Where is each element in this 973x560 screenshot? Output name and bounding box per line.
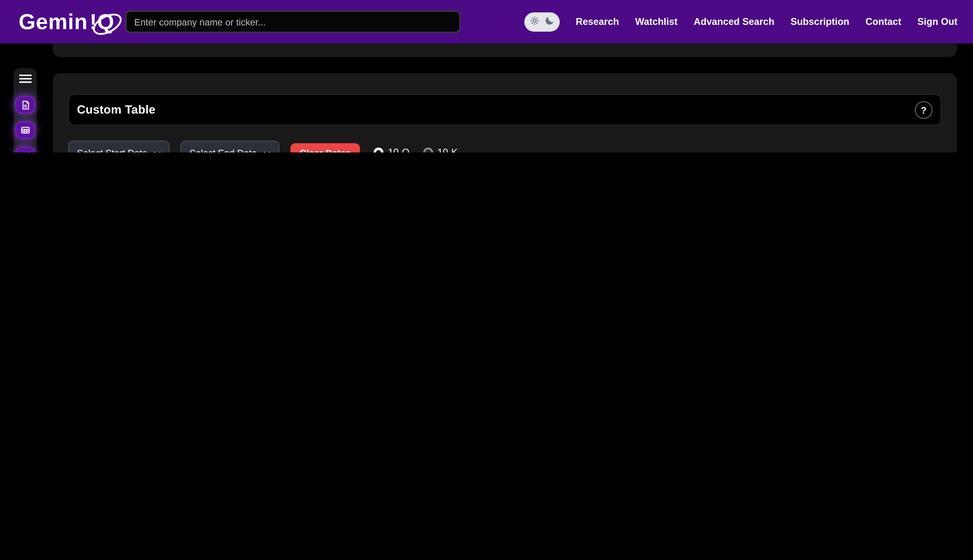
file-icon [20,100,30,110]
chevron-down-icon [154,147,161,152]
nav-watchlist[interactable]: Watchlist [635,16,677,27]
custom-table-title-panel: Custom Table ? [68,94,941,125]
start-date-select[interactable]: Select Start Date [68,141,170,152]
nav-sign-out[interactable]: Sign Out [917,16,958,27]
radio-label: 10-K [437,147,458,152]
top-header: Gemin!Q ResearchWatchlistAdvanced Search… [0,0,973,43]
brand-q: Q [97,9,114,33]
nav-subscription[interactable]: Subscription [791,16,849,27]
filing-type-radio-group: 10-Q10-K [374,147,458,152]
custom-table-card: Custom Table ? Select Start Date Select … [53,73,957,152]
end-date-label: Select End Date [189,147,257,152]
sidebar-item-table[interactable] [15,122,35,139]
brand-logo[interactable]: Gemin!Q [19,9,114,34]
brand-bang: ! [90,9,97,34]
start-date-label: Select Start Date [77,147,147,152]
top-nav: ResearchWatchlistAdvanced SearchSubscrip… [576,16,958,27]
sun-icon [529,15,540,28]
radio-label: 10-Q [388,147,410,152]
chevron-down-icon [264,147,271,152]
end-date-select[interactable]: Select End Date [181,141,279,152]
chart-icon [20,151,30,152]
header-right-cluster: ResearchWatchlistAdvanced SearchSubscrip… [524,12,958,31]
company-search-input[interactable] [125,10,461,33]
menu-icon [19,75,31,83]
brand-text: Gemin [19,9,88,34]
table-icon [20,125,30,135]
radio-selected-icon [374,148,384,152]
moon-icon [544,15,555,28]
sidebar [13,68,37,152]
nav-research[interactable]: Research [576,16,619,27]
filing-10-q-radio[interactable]: 10-Q [374,147,410,152]
date-controls-row: Select Start Date Select End Date Clear … [68,141,941,152]
clear-dates-button[interactable]: Clear Dates [290,143,360,152]
custom-table-title: Custom Table [77,103,155,117]
nav-contact[interactable]: Contact [865,16,901,27]
custom-table-help-button[interactable]: ? [914,101,933,118]
sidebar-item-chart[interactable] [15,147,35,152]
filing-10-k-radio[interactable]: 10-K [423,147,458,152]
radio-unselected-icon [423,148,433,152]
sidebar-item-file[interactable] [15,96,35,113]
theme-toggle[interactable] [524,12,560,31]
sidebar-menu-button[interactable] [19,75,31,83]
nav-advanced-search[interactable]: Advanced Search [694,16,774,27]
app-root: Gemin!Q ResearchWatchlistAdvanced Search… [0,0,973,152]
